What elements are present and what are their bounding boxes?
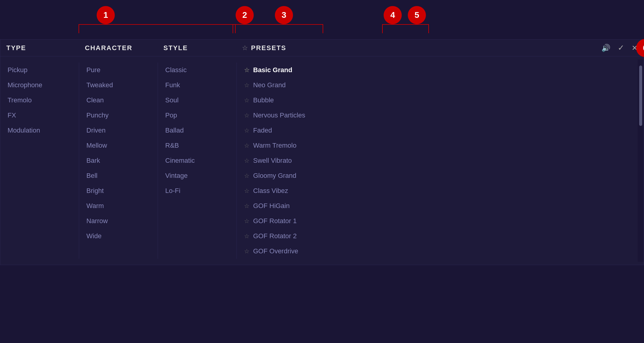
style-item[interactable]: Classic xyxy=(164,63,230,78)
character-item[interactable]: Driven xyxy=(85,123,152,138)
type-item[interactable]: FX xyxy=(6,108,73,123)
style-item[interactable]: R&B xyxy=(164,138,230,153)
style-item[interactable]: Soul xyxy=(164,93,230,108)
preset-item[interactable]: ☆GOF Rotator 2 xyxy=(243,229,632,244)
character-item[interactable]: Tweaked xyxy=(85,78,152,93)
preset-star-icon[interactable]: ☆ xyxy=(244,157,250,164)
annotation-badge-1: 1 xyxy=(97,6,115,24)
preset-star-icon[interactable]: ☆ xyxy=(244,217,250,225)
presets-column: ☆Basic Grand☆Neo Grand☆Bubble☆Nervous Pa… xyxy=(237,59,638,262)
character-item[interactable]: Wide xyxy=(85,229,152,244)
preset-label: Warm Tremolo xyxy=(253,142,296,149)
preset-item[interactable]: ☆Nervous Particles xyxy=(243,108,632,123)
preset-label: Bubble xyxy=(253,96,274,104)
preset-label: GOF Rotator 2 xyxy=(253,232,297,240)
style-item[interactable]: Funk xyxy=(164,78,230,93)
character-item[interactable]: Bark xyxy=(85,153,152,168)
annotation-badge-3: 3 xyxy=(275,6,293,24)
character-item[interactable]: Narrow xyxy=(85,213,152,229)
annotation-badge-4: 4 xyxy=(384,6,402,24)
type-column: PickupMicrophoneTremoloFXModulation xyxy=(0,59,79,262)
scrollbar-thumb[interactable] xyxy=(639,66,642,126)
preset-item[interactable]: ☆GOF HiGain xyxy=(243,198,632,213)
character-item[interactable]: Clean xyxy=(85,93,152,108)
style-column-header: STYLE xyxy=(163,44,242,52)
style-item[interactable]: Vintage xyxy=(164,168,230,183)
character-column: PureTweakedCleanPunchyDrivenMellowBarkBe… xyxy=(79,59,158,262)
type-item[interactable]: Microphone xyxy=(6,78,73,93)
preset-label: Faded xyxy=(253,127,272,134)
presets-header-area: ☆ PRESETS xyxy=(242,44,601,52)
preset-label: GOF Overdrive xyxy=(253,247,298,255)
preset-label: Class Vibez xyxy=(253,187,288,195)
character-column-header: CHARACTER xyxy=(85,44,163,52)
preset-label: Gloomy Grand xyxy=(253,172,296,180)
annotation-badge-6: 6 xyxy=(636,39,644,57)
preset-star-icon[interactable]: ☆ xyxy=(244,232,250,240)
preset-star-icon[interactable]: ☆ xyxy=(244,202,250,210)
content-area: PickupMicrophoneTremoloFXModulation Pure… xyxy=(0,56,644,265)
type-item[interactable]: Tremolo xyxy=(6,93,73,108)
preset-label: GOF HiGain xyxy=(253,202,290,210)
header-actions: 🔊 ✓ ✕ xyxy=(601,43,638,53)
preset-item[interactable]: ☆Bubble xyxy=(243,93,632,108)
preset-item[interactable]: ☆Faded xyxy=(243,123,632,138)
style-item[interactable]: Cinematic xyxy=(164,153,230,168)
character-item[interactable]: Mellow xyxy=(85,138,152,153)
main-panel: TYPE CHARACTER STYLE ☆ PRESETS 🔊 ✓ ✕ 6 P… xyxy=(0,39,644,265)
preset-item[interactable]: ☆Neo Grand xyxy=(243,78,632,93)
type-column-header: TYPE xyxy=(6,44,85,52)
preset-star-icon[interactable]: ☆ xyxy=(244,127,250,134)
presets-star-icon[interactable]: ☆ xyxy=(242,44,248,52)
preset-item[interactable]: ☆Gloomy Grand xyxy=(243,168,632,183)
character-item[interactable]: Warm xyxy=(85,198,152,213)
scrollbar[interactable] xyxy=(638,59,644,262)
preset-item[interactable]: ☆Basic Grand xyxy=(243,63,632,78)
style-column: ClassicFunkSoulPopBalladR&BCinematicVint… xyxy=(158,59,237,262)
style-item[interactable]: Lo-Fi xyxy=(164,183,230,198)
style-item[interactable]: Pop xyxy=(164,108,230,123)
preset-label: Swell Vibrato xyxy=(253,157,292,165)
preset-star-icon[interactable]: ☆ xyxy=(244,112,250,119)
preset-star-icon[interactable]: ☆ xyxy=(244,142,250,149)
preset-star-icon[interactable]: ☆ xyxy=(244,187,250,194)
preset-label: Nervous Particles xyxy=(253,111,305,119)
character-item[interactable]: Punchy xyxy=(85,108,152,123)
style-item[interactable]: Ballad xyxy=(164,123,230,138)
character-item[interactable]: Bright xyxy=(85,183,152,198)
preset-item[interactable]: ☆Class Vibez xyxy=(243,183,632,198)
preset-label: GOF Rotator 1 xyxy=(253,217,297,225)
preset-label: Basic Grand xyxy=(253,66,292,74)
preset-star-icon[interactable]: ☆ xyxy=(244,248,250,255)
preset-star-icon[interactable]: ☆ xyxy=(244,66,250,74)
preset-item[interactable]: ☆GOF Rotator 1 xyxy=(243,213,632,229)
preset-star-icon[interactable]: ☆ xyxy=(244,97,250,104)
preset-item[interactable]: ☆GOF Overdrive xyxy=(243,244,632,259)
presets-column-header: PRESETS xyxy=(251,44,286,52)
header-row: TYPE CHARACTER STYLE ☆ PRESETS 🔊 ✓ ✕ 6 xyxy=(0,40,644,56)
check-icon[interactable]: ✓ xyxy=(618,43,624,53)
preset-label: Neo Grand xyxy=(253,81,286,89)
character-item[interactable]: Pure xyxy=(85,63,152,78)
preset-item[interactable]: ☆Warm Tremolo xyxy=(243,138,632,153)
annotation-badge-2: 2 xyxy=(236,6,254,24)
character-item[interactable]: Bell xyxy=(85,168,152,183)
preset-item[interactable]: ☆Swell Vibrato xyxy=(243,153,632,168)
type-item[interactable]: Pickup xyxy=(6,63,73,78)
speaker-icon[interactable]: 🔊 xyxy=(601,44,610,52)
annotation-badge-5: 5 xyxy=(408,6,426,24)
preset-star-icon[interactable]: ☆ xyxy=(244,82,250,89)
type-item[interactable]: Modulation xyxy=(6,123,73,138)
preset-star-icon[interactable]: ☆ xyxy=(244,172,250,179)
